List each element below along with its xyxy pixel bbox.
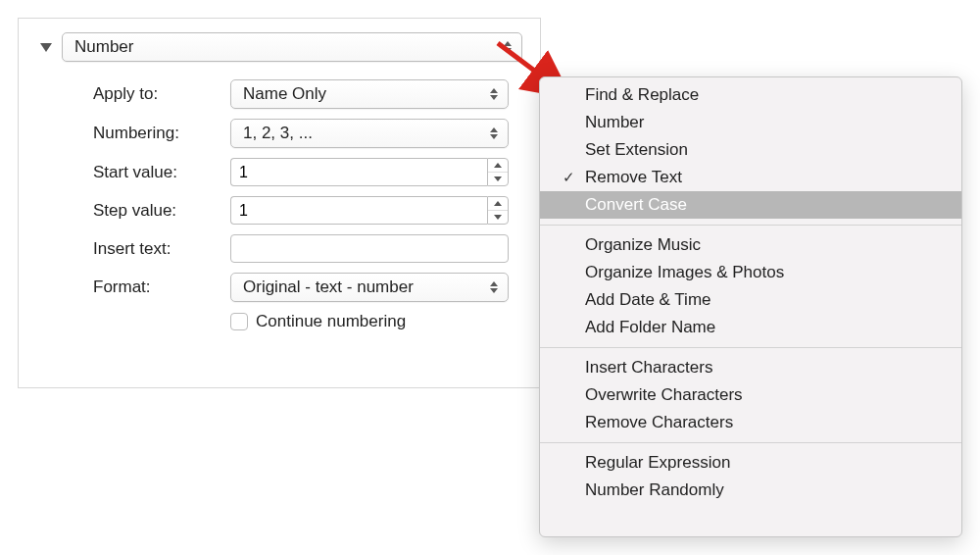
step-value-stepper[interactable] <box>487 196 509 225</box>
numbering-popup[interactable]: 1, 2, 3, ... <box>230 119 509 148</box>
step-value-label: Step value: <box>93 201 230 221</box>
apply-to-label: Apply to: <box>93 84 230 104</box>
menu-item[interactable]: Convert Case <box>540 191 961 219</box>
action-type-label: Number <box>74 37 133 57</box>
menu-item-label: Add Folder Name <box>585 318 715 337</box>
form-area: Apply to: Name Only Numbering: 1, 2, 3, … <box>19 70 540 331</box>
menu-separator <box>540 347 961 348</box>
checkmark-icon: ✓ <box>560 169 577 186</box>
insert-text-input[interactable] <box>230 234 509 263</box>
action-type-menu: Find & ReplaceNumberSet Extension✓Remove… <box>539 76 962 537</box>
menu-item-label: Convert Case <box>585 195 687 215</box>
menu-item[interactable]: Number <box>540 109 961 136</box>
insert-text-label: Insert text: <box>93 239 230 259</box>
numbering-value: 1, 2, 3, ... <box>243 124 313 143</box>
number-settings-panel: Number Apply to: Name Only Numbering: <box>18 18 541 388</box>
menu-item-label: Regular Expression <box>585 453 730 473</box>
menu-item[interactable]: Insert Characters <box>540 354 961 381</box>
numbering-row: Numbering: 1, 2, 3, ... <box>93 119 509 148</box>
menu-item[interactable]: Number Randomly <box>540 477 961 504</box>
menu-item-label: Overwrite Characters <box>585 385 743 405</box>
start-value-input[interactable] <box>230 158 487 186</box>
menu-item-label: Number Randomly <box>585 480 724 500</box>
menu-separator <box>540 442 961 443</box>
menu-item[interactable]: Add Folder Name <box>540 314 961 341</box>
menu-item-label: Organize Images & Photos <box>585 263 784 282</box>
format-popup[interactable]: Original - text - number <box>230 273 509 302</box>
stepper-up-icon[interactable] <box>488 197 508 211</box>
menu-item-label: Remove Characters <box>585 413 733 432</box>
numbering-label: Numbering: <box>93 124 230 143</box>
menu-item[interactable]: Remove Characters <box>540 409 961 436</box>
format-label: Format: <box>93 278 230 297</box>
apply-to-popup[interactable]: Name Only <box>230 79 509 109</box>
menu-item[interactable]: Organize Music <box>540 231 961 259</box>
apply-to-value: Name Only <box>243 84 326 104</box>
menu-item-label: Remove Text <box>585 168 682 187</box>
popup-updown-icon <box>504 41 512 53</box>
menu-item-label: Number <box>585 113 644 132</box>
format-value: Original - text - number <box>243 278 414 297</box>
popup-updown-icon <box>490 127 498 139</box>
insert-text-row: Insert text: <box>93 234 509 263</box>
action-type-popup[interactable]: Number <box>62 32 522 62</box>
menu-item[interactable]: Overwrite Characters <box>540 381 961 409</box>
disclosure-triangle-icon[interactable] <box>40 43 52 52</box>
continue-numbering-checkbox[interactable] <box>230 313 248 330</box>
menu-item[interactable]: Set Extension <box>540 136 961 164</box>
menu-item-label: Set Extension <box>585 140 688 160</box>
start-value-label: Start value: <box>93 163 230 182</box>
stepper-down-icon[interactable] <box>488 173 508 185</box>
menu-item-label: Add Date & Time <box>585 290 711 310</box>
start-value-row: Start value: <box>93 158 509 186</box>
menu-item[interactable]: Add Date & Time <box>540 286 961 314</box>
continue-numbering-row: Continue numbering <box>230 312 509 331</box>
menu-item-label: Find & Replace <box>585 85 699 105</box>
menu-item-label: Organize Music <box>585 235 701 255</box>
step-value-row: Step value: <box>93 196 509 225</box>
start-value-stepper[interactable] <box>487 158 509 186</box>
popup-updown-icon <box>490 281 498 293</box>
menu-item[interactable]: ✓Remove Text <box>540 164 961 191</box>
step-value-input[interactable] <box>230 196 487 225</box>
continue-numbering-label: Continue numbering <box>256 312 406 331</box>
menu-item[interactable]: Find & Replace <box>540 81 961 109</box>
menu-item[interactable]: Organize Images & Photos <box>540 259 961 286</box>
menu-separator <box>540 225 961 226</box>
disclosure-row: Number <box>19 19 540 70</box>
stepper-down-icon[interactable] <box>488 211 508 224</box>
menu-item[interactable]: Regular Expression <box>540 449 961 477</box>
stepper-up-icon[interactable] <box>488 159 508 173</box>
menu-item-label: Insert Characters <box>585 358 712 378</box>
apply-to-row: Apply to: Name Only <box>93 79 509 109</box>
popup-updown-icon <box>490 88 498 100</box>
format-row: Format: Original - text - number <box>93 273 509 302</box>
